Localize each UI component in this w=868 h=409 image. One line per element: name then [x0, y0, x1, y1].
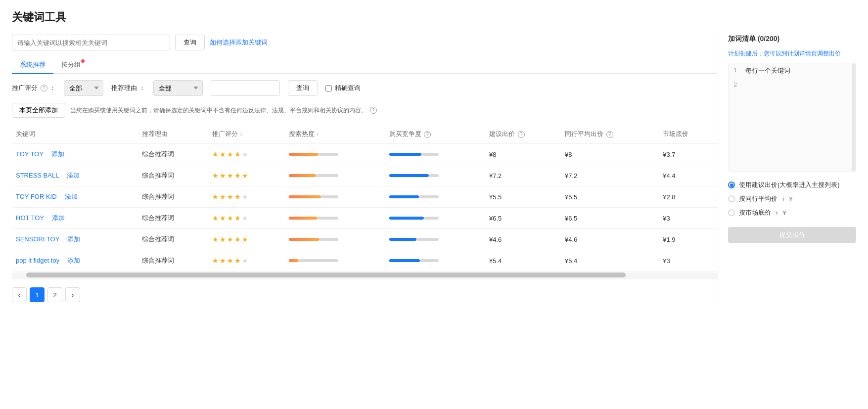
- horizontal-scrollbar[interactable]: [12, 273, 718, 279]
- star-2: ★: [220, 172, 226, 180]
- submit-bid-button[interactable]: 提交出价: [728, 227, 856, 243]
- heat-bar-gray: [321, 195, 338, 198]
- heat-bar-gray: [316, 174, 338, 177]
- radio-suggest[interactable]: [728, 182, 735, 188]
- keyword-stars: ★★★★★: [208, 165, 285, 186]
- radio-avg[interactable]: [728, 195, 735, 202]
- star-3: ★: [227, 214, 233, 222]
- star-3: ★: [227, 235, 233, 243]
- keyword-suggest-price: ¥6.5: [485, 208, 561, 229]
- bid-option-suggest-label: 使用建议出价(大概率进入主搜列表): [739, 181, 840, 189]
- keyword-stars: ★★★★★: [208, 208, 285, 229]
- keyword-market-price: ¥1.9: [659, 229, 718, 250]
- competition-bar-gray: [421, 153, 439, 156]
- keyword-heat: [285, 186, 385, 208]
- keyword-competition: [385, 186, 485, 208]
- score-info-icon[interactable]: ?: [41, 85, 47, 91]
- word-list-item-1: 1 每行一个关键词: [729, 63, 856, 78]
- bid-option-suggest[interactable]: 使用建议出价(大概率进入主搜列表): [728, 181, 856, 189]
- filter-query-button[interactable]: 查询: [288, 80, 318, 96]
- heat-bar-orange: [289, 153, 319, 156]
- competition-info-icon[interactable]: ?: [424, 131, 431, 138]
- keyword-reason: 综合推荐词: [138, 250, 208, 272]
- tab-system-recommend[interactable]: 系统推荐: [12, 56, 53, 74]
- keyword-link[interactable]: pop it fidget toy: [16, 257, 59, 264]
- heat-bar-orange: [289, 259, 299, 262]
- star-5: ★: [242, 150, 248, 158]
- how-to-add-link[interactable]: 如何选择添加关键词: [210, 38, 268, 47]
- keyword-avg-price: ¥6.5: [561, 208, 659, 229]
- prev-page-button[interactable]: ‹: [12, 287, 27, 302]
- score-sort-icon[interactable]: ↕: [239, 131, 242, 137]
- keyword-link[interactable]: HOT TOY: [16, 214, 44, 222]
- bid-option-avg[interactable]: 按同行平均价 + ¥: [728, 194, 856, 203]
- right-panel: 加词清单 (0/200) 计划创建后，您可以到计划详情页调整出价 1 每行一个关…: [718, 35, 856, 302]
- star-4: ★: [234, 257, 241, 265]
- star-1: ★: [212, 172, 219, 180]
- keyword-reason: 综合推荐词: [138, 186, 208, 208]
- page-2-button[interactable]: 2: [47, 287, 62, 302]
- star-1: ★: [212, 150, 219, 158]
- add-keyword-button[interactable]: 添加: [67, 257, 80, 264]
- add-keyword-button[interactable]: 添加: [67, 235, 80, 243]
- col-suggest-price: 建议出价 ?: [485, 125, 561, 144]
- keyword-table: 关键词 推荐理由 推广评分 ↕ 搜索热度 ↕ 购买竞争度: [12, 125, 718, 272]
- search-query-button[interactable]: 查询: [175, 35, 205, 50]
- tab-by-group[interactable]: 按分组: [53, 56, 89, 74]
- radio-market[interactable]: [728, 209, 735, 216]
- search-input[interactable]: [12, 35, 170, 50]
- keyword-link[interactable]: TOY FOR KID: [16, 193, 57, 200]
- score-filter-select[interactable]: 全部: [64, 80, 103, 96]
- score-filter-label: 推广评分 ?：: [12, 84, 56, 92]
- heat-sort-icon[interactable]: ↕: [317, 131, 320, 137]
- reason-filter-select[interactable]: 全部: [153, 80, 203, 96]
- keyword-link[interactable]: TOY TOY: [16, 150, 44, 158]
- keyword-market-price: ¥3: [659, 208, 718, 229]
- keyword-link[interactable]: SENSORI TOY: [16, 235, 59, 243]
- col-reason: 推荐理由: [138, 125, 208, 144]
- add-keyword-button[interactable]: 添加: [67, 172, 80, 179]
- keyword-competition: [385, 165, 485, 186]
- star-1: ★: [212, 193, 219, 201]
- heat-bar-orange: [289, 238, 320, 241]
- star-5: ★: [242, 257, 248, 265]
- star-1: ★: [212, 235, 219, 243]
- bid-option-market[interactable]: 按市场底价 + ¥: [728, 208, 856, 217]
- page-title: 关键词工具: [12, 10, 856, 25]
- exact-query-checkbox[interactable]: [325, 85, 332, 91]
- heat-bar-gray: [319, 153, 338, 156]
- tab-bar: 系统推荐 按分组: [12, 56, 718, 74]
- add-keyword-button[interactable]: 添加: [51, 150, 64, 158]
- keyword-avg-price: ¥5.5: [561, 186, 659, 208]
- next-page-button[interactable]: ›: [65, 287, 80, 302]
- word-list-subtitle[interactable]: 计划创建后，您可以到计划详情页调整出价: [728, 49, 856, 58]
- star-2: ★: [220, 235, 226, 243]
- exact-query-checkbox-label[interactable]: 精确查询: [325, 84, 361, 92]
- keyword-filter-input[interactable]: [211, 80, 280, 96]
- competition-bar-gray: [420, 259, 439, 262]
- star-2: ★: [220, 150, 226, 158]
- warning-info-icon[interactable]: ?: [370, 107, 377, 114]
- add-keyword-button[interactable]: 添加: [52, 214, 65, 222]
- keyword-avg-price: ¥4.6: [561, 229, 659, 250]
- col-market-price: 市场底价: [659, 125, 718, 144]
- yen-market: ¥: [783, 209, 786, 217]
- add-keyword-button[interactable]: 添加: [65, 193, 78, 200]
- keyword-suggest-price: ¥4.6: [485, 229, 561, 250]
- word-list-scrollbar[interactable]: [852, 63, 856, 171]
- competition-bar: [389, 217, 424, 220]
- yen-avg: ¥: [789, 195, 793, 203]
- keyword-reason: 综合推荐词: [138, 229, 208, 250]
- star-3: ★: [227, 193, 233, 201]
- avg-price-info-icon[interactable]: ?: [606, 131, 613, 138]
- star-4: ★: [234, 172, 241, 180]
- add-all-button[interactable]: 本页全部添加: [12, 103, 65, 118]
- table-row: TOY TOY添加综合推荐词★★★★★¥8¥8¥3.7: [12, 144, 718, 165]
- heat-bar-orange: [289, 217, 318, 220]
- keyword-heat: [285, 208, 385, 229]
- keyword-stars: ★★★★★: [208, 186, 285, 208]
- suggest-price-info-icon[interactable]: ?: [518, 131, 525, 138]
- keyword-link[interactable]: STRESS BALL: [16, 172, 59, 179]
- page-1-button[interactable]: 1: [30, 287, 45, 302]
- bid-option-market-label: 按市场底价: [739, 208, 771, 217]
